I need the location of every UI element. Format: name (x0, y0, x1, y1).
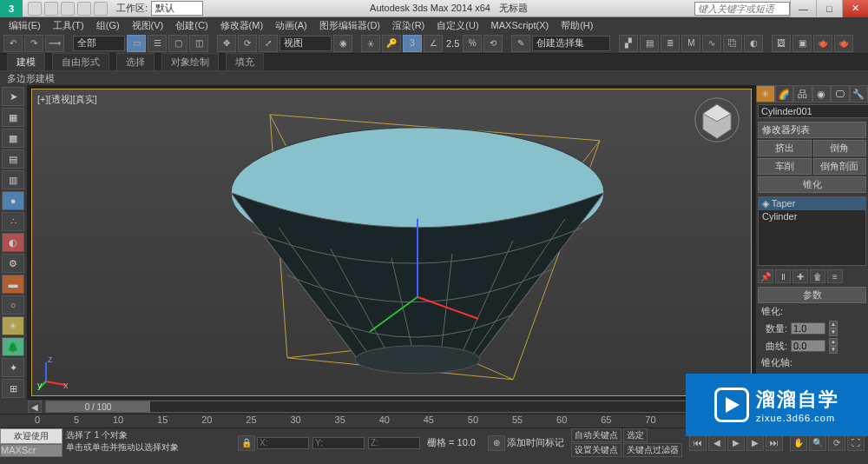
render-setup-icon[interactable]: 🖼 (772, 35, 791, 52)
time-slider-thumb[interactable]: 0 / 100 (46, 401, 150, 412)
app-icon[interactable]: 3 (0, 0, 23, 17)
tab-motion-icon[interactable]: ◉ (812, 85, 832, 103)
nav-maximize-icon[interactable]: ⛶ (847, 435, 865, 451)
play-start-icon[interactable]: ⏮ (689, 435, 707, 451)
lt-sun-icon[interactable]: ☀ (2, 316, 24, 335)
menu-edit[interactable]: 编辑(E) (3, 19, 46, 32)
scale-tool-icon[interactable]: ⤢ (259, 35, 278, 52)
play-icon[interactable]: ▶ (727, 435, 745, 451)
selected-button[interactable]: 选定 (623, 428, 648, 442)
ribbon-tab-selection[interactable]: 选择 (116, 53, 155, 70)
add-time-tag[interactable]: 添加时间标记 (507, 436, 564, 449)
object-name-input[interactable] (758, 104, 868, 118)
menu-tools[interactable]: 工具(T) (48, 19, 89, 32)
close-button[interactable]: ✕ (842, 0, 868, 17)
lock-icon[interactable]: 🔒 (238, 435, 255, 451)
render-prod-icon[interactable]: 🫖 (834, 35, 853, 52)
snap-toggle-icon[interactable]: 3 (403, 35, 422, 52)
redo-icon[interactable]: ↷ (24, 35, 43, 52)
move-tool-icon[interactable]: ✥ (217, 35, 236, 52)
select-name-icon[interactable]: ☰ (148, 35, 167, 52)
qat-redo-icon[interactable] (77, 2, 91, 16)
manip-icon[interactable]: ⚹ (361, 35, 380, 52)
percent-snap-icon[interactable]: % (463, 35, 482, 52)
minimize-button[interactable]: — (790, 0, 816, 17)
lt-panel4-icon[interactable]: ▥ (2, 170, 24, 189)
welcome-button[interactable]: 欢迎使用 (0, 428, 62, 444)
maximize-button[interactable]: □ (816, 0, 842, 17)
menu-customize[interactable]: 自定义(U) (431, 19, 483, 32)
lt-red-icon[interactable]: ◐ (2, 233, 24, 252)
coord-y-input[interactable] (312, 437, 365, 449)
named-sel-edit-icon[interactable]: ✎ (511, 35, 530, 52)
play-end-icon[interactable]: ⏭ (766, 435, 783, 451)
viewport-label[interactable]: [+][透视][真实] (37, 93, 97, 106)
lt-panel2-icon[interactable]: ▩ (2, 129, 24, 148)
menu-modifiers[interactable]: 修改器(M) (215, 19, 269, 32)
layers-icon[interactable]: ≣ (661, 35, 680, 52)
mirror-icon[interactable]: ▞ (619, 35, 638, 52)
setkey-button[interactable]: 设置关键点 (571, 443, 621, 457)
modifier-list-dropdown[interactable]: 修改器列表 (758, 122, 866, 138)
lt-orange-icon[interactable]: ▬ (2, 275, 24, 294)
time-slider[interactable]: 0 / 100 (45, 401, 738, 413)
tab-hierarchy-icon[interactable]: 品 (793, 85, 812, 103)
coord-z-input[interactable] (368, 437, 420, 449)
selection-filter-dropdown[interactable]: 全部 (73, 36, 125, 51)
menu-maxscript[interactable]: MAXScript(X) (486, 20, 555, 30)
menu-help[interactable]: 帮助(H) (556, 19, 598, 32)
undo-icon[interactable]: ↶ (3, 35, 23, 52)
ribbon-tab-freeform[interactable]: 自由形式 (52, 53, 109, 70)
qat-undo-icon[interactable] (61, 2, 75, 16)
menu-create[interactable]: 创建(C) (170, 19, 213, 32)
select-region-icon[interactable]: ▢ (168, 35, 187, 52)
render-icon[interactable]: 🫖 (813, 35, 832, 52)
amount-input[interactable] (791, 322, 825, 335)
viewport-perspective[interactable]: [+][透视][真实] (31, 89, 752, 396)
autokey-button[interactable]: 自动关键点 (571, 428, 621, 442)
named-selection-dropdown[interactable]: 创建选择集 (532, 36, 610, 51)
tab-create-icon[interactable]: ✳ (756, 85, 775, 103)
lt-tree-icon[interactable]: 🌲 (2, 337, 24, 356)
btn-extrude[interactable]: 挤出 (758, 140, 812, 156)
lt-grid-icon[interactable]: ⊞ (2, 379, 24, 398)
ref-coord-dropdown[interactable]: 视图 (279, 36, 332, 51)
select-tool-icon[interactable]: ▭ (127, 35, 146, 52)
stack-unique-icon[interactable]: ✚ (792, 269, 808, 283)
qat-link-icon[interactable] (94, 2, 108, 16)
lt-arrow-icon[interactable]: ➤ (2, 87, 24, 106)
modifier-stack[interactable]: ◈ Taper Cylinder (758, 196, 866, 266)
menu-group[interactable]: 组(G) (91, 19, 125, 32)
lt-circle-icon[interactable]: ○ (2, 295, 24, 315)
curve-editor-icon[interactable]: ∿ (702, 35, 721, 52)
graphite-icon[interactable]: M (681, 35, 700, 52)
help-search-input[interactable] (694, 2, 790, 16)
stack-remove-icon[interactable]: 🗑 (810, 269, 825, 283)
lt-blue-icon[interactable]: ● (2, 191, 24, 210)
angle-snap-icon[interactable]: ∠ (424, 35, 443, 52)
ribbon-tab-modeling[interactable]: 建模 (7, 53, 45, 70)
play-prev-icon[interactable]: ◀ (708, 435, 726, 451)
time-tag-icon[interactable]: ⊕ (488, 435, 505, 451)
material-editor-icon[interactable]: ◐ (744, 35, 763, 52)
coord-x-input[interactable] (257, 437, 309, 449)
lt-gear-icon[interactable]: ⚙ (2, 254, 24, 273)
link-icon[interactable]: ⟿ (45, 35, 64, 52)
tab-modify-icon[interactable]: 🌈 (775, 85, 794, 103)
spinner-snap-icon[interactable]: ⟲ (483, 35, 503, 52)
stack-pin-icon[interactable]: 📌 (758, 269, 773, 283)
menu-views[interactable]: 视图(V) (127, 19, 169, 32)
pivot-icon[interactable]: ◉ (333, 35, 352, 52)
stack-showend-icon[interactable]: Ⅱ (775, 269, 791, 283)
tab-utilities-icon[interactable]: 🔧 (850, 85, 869, 103)
keyfilter-button[interactable]: 关键点过滤器 (623, 443, 682, 457)
lt-panel3-icon[interactable]: ▤ (2, 149, 24, 169)
window-cross-icon[interactable]: ◫ (189, 35, 208, 52)
amount-down-icon[interactable]: ▼ (829, 328, 838, 336)
qat-open-icon[interactable] (28, 2, 42, 16)
lt-panel1-icon[interactable]: ▦ (2, 108, 24, 127)
curve-down-icon[interactable]: ▼ (829, 346, 838, 354)
rotate-tool-icon[interactable]: ⟳ (238, 35, 257, 52)
ribbon-tab-objectpaint[interactable]: 对象绘制 (161, 53, 219, 70)
workspace-dropdown[interactable]: 默认 (151, 1, 203, 16)
